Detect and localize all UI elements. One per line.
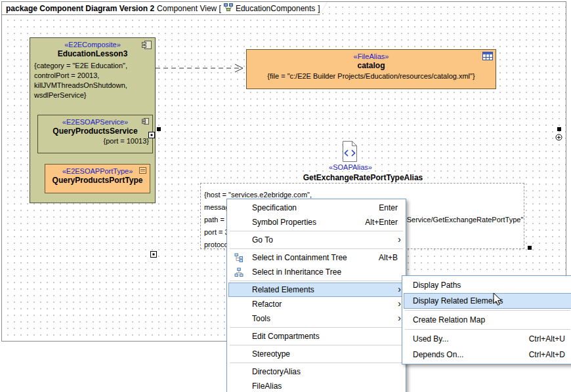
tab-diagram-name: EducationComponents (236, 4, 315, 13)
property-line: {file = "c:/E2E Builder Projects/Educati… (247, 72, 496, 80)
element-name[interactable]: GetExchangeRatePortTypeAlias (287, 173, 439, 182)
stereotype-label: «E2ESOAPPortType» (45, 167, 150, 175)
menu-item-specification[interactable]: Specification Enter (228, 201, 404, 215)
component-diagram-icon (224, 3, 233, 13)
containment-tree-icon (234, 253, 243, 262)
menu-separator (405, 329, 570, 330)
element-properties: {category = "E2E Education", controlPort… (30, 58, 155, 100)
soap-alias-document-icon[interactable] (341, 140, 359, 163)
menu-item-label: Display Paths (413, 281, 461, 290)
menu-item-label: Specification (252, 203, 297, 212)
stereotype-label: «E2EComposite» (30, 41, 155, 49)
menu-item-label: Select in Containment Tree (252, 253, 347, 262)
menu-item-edit-compartments[interactable]: Edit Compartments (228, 329, 404, 343)
manipulator-box-icon[interactable] (150, 251, 157, 258)
submenu-arrow-icon: › (398, 284, 401, 294)
menu-shortcut: Enter (367, 203, 398, 212)
circle-plus-icon[interactable] (555, 134, 562, 141)
manipulator-box-icon[interactable] (148, 132, 155, 138)
component-education-lesson3[interactable]: «E2EComposite» EducationLesson3 {categor… (30, 37, 156, 203)
table-icon (482, 52, 493, 60)
element-name: QueryProductsService (38, 127, 152, 136)
dependency-arrow[interactable] (156, 62, 247, 75)
menu-shortcut: Ctrl+Alt+D (517, 350, 565, 359)
menu-item-label: Depends On... (413, 350, 463, 359)
property-line: controlPort = 20013, (34, 71, 152, 81)
tab-title: package Component Diagram Version 2 (6, 4, 154, 13)
menu-shortcut: Alt+B (367, 253, 398, 262)
menu-item-label: Used By... (413, 334, 448, 343)
menu-item-related-elements[interactable]: Related Elements › (228, 283, 404, 297)
menu-item-filealias[interactable]: FileAlias (228, 379, 404, 392)
menu-item-refactor[interactable]: Refactor › (228, 297, 404, 311)
menu-item-go-to[interactable]: Go To › (228, 233, 404, 247)
context-menu: Specification Enter Symbol Properties Al… (226, 199, 406, 392)
menu-item-label: Related Elements (252, 285, 314, 294)
menu-item-depends-on[interactable]: Depends On... Ctrl+Alt+D (404, 347, 571, 363)
component-icon (141, 117, 150, 125)
selection-handle[interactable] (557, 127, 561, 131)
menu-item-label: FileAlias (252, 382, 282, 391)
menu-item-select-in-inheritance-tree[interactable]: Select in Inheritance Tree (228, 265, 404, 279)
inheritance-tree-icon (234, 267, 243, 277)
menu-item-label: Refactor (252, 300, 282, 309)
menu-item-label: Display Related Elements (413, 296, 503, 305)
selection-handle[interactable] (157, 127, 161, 131)
menu-item-label: Tools (252, 314, 270, 323)
menu-item-tools[interactable]: Tools › (228, 311, 404, 326)
diagram-tab[interactable]: package Component Diagram Version 2 Comp… (1, 1, 328, 15)
menu-item-display-paths[interactable]: Display Paths (404, 277, 571, 293)
menu-item-select-in-containment-tree[interactable]: Select in Containment Tree Alt+B (228, 250, 404, 265)
property-line: wsdlPerService} (34, 90, 152, 100)
menu-item-label: Create Relation Map (413, 315, 485, 324)
menu-item-label: Go To (252, 235, 273, 245)
menu-item-label: Select in Inheritance Tree (252, 267, 341, 277)
property-line: killJVMThreadsOnShutdown, (34, 81, 152, 90)
menu-separator (405, 310, 570, 311)
menu-separator (230, 248, 403, 249)
submenu-arrow-icon: › (398, 313, 401, 323)
menu-separator (230, 281, 403, 281)
tab-view-type: Component View [ (157, 4, 221, 13)
element-name: catalog (247, 61, 496, 70)
menu-item-display-related-elements[interactable]: Display Related Elements (404, 293, 571, 309)
menu-item-label: Symbol Properties (252, 218, 316, 227)
stereotype-label: «FileAlias» (247, 52, 496, 60)
element-name: EducationLesson3 (30, 49, 155, 58)
menu-separator (230, 327, 403, 328)
related-elements-submenu: Display Paths Display Related Elements C… (402, 275, 571, 364)
menu-separator (230, 345, 403, 345)
component-icon (141, 40, 152, 50)
menu-separator (230, 363, 403, 363)
submenu-arrow-icon: › (398, 298, 401, 309)
property-line: {port = 10013} (38, 137, 152, 145)
mouse-cursor-icon (493, 292, 503, 306)
tab-bracket-close: ] (318, 4, 320, 13)
menu-item-label: Edit Compartments (252, 332, 320, 341)
stereotype-label: «SOAPAlias» (307, 163, 394, 171)
property-line: {category = "E2E Education", (34, 61, 152, 71)
menu-item-used-by[interactable]: Used By... Ctrl+Alt+U (404, 331, 571, 347)
stereotype-label: «E2ESOAPService» (38, 118, 152, 126)
menu-item-label: DirectoryAlias (252, 367, 301, 376)
menu-item-symbol-properties[interactable]: Symbol Properties Alt+Enter (228, 215, 404, 229)
component-query-products-porttype[interactable]: «E2ESOAPPortType» QueryProductsPortType (45, 164, 150, 193)
menu-item-directoryalias[interactable]: DirectoryAlias (228, 364, 404, 379)
menu-item-create-relation-map[interactable]: Create Relation Map (404, 312, 571, 328)
selection-handle[interactable] (528, 246, 532, 250)
menu-item-label: Stereotype (252, 349, 290, 359)
menu-item-stereotype[interactable]: Stereotype (228, 347, 404, 361)
component-query-products-service[interactable]: «E2ESOAPService» QueryProductsService {p… (37, 115, 153, 153)
submenu-arrow-icon: › (398, 234, 401, 245)
element-name: QueryProductsPortType (45, 176, 150, 185)
component-catalog-filealias[interactable]: «FileAlias» catalog {file = "c:/E2E Buil… (246, 49, 496, 89)
menu-shortcut: Ctrl+Alt+U (517, 334, 565, 343)
menu-separator (230, 231, 403, 231)
menu-shortcut: Alt+Enter (353, 218, 398, 227)
porttype-icon (138, 167, 147, 174)
application-canvas: package Component Diagram Version 2 Comp… (0, 0, 571, 392)
diagram-tab-content: package Component Diagram Version 2 Comp… (2, 2, 331, 14)
